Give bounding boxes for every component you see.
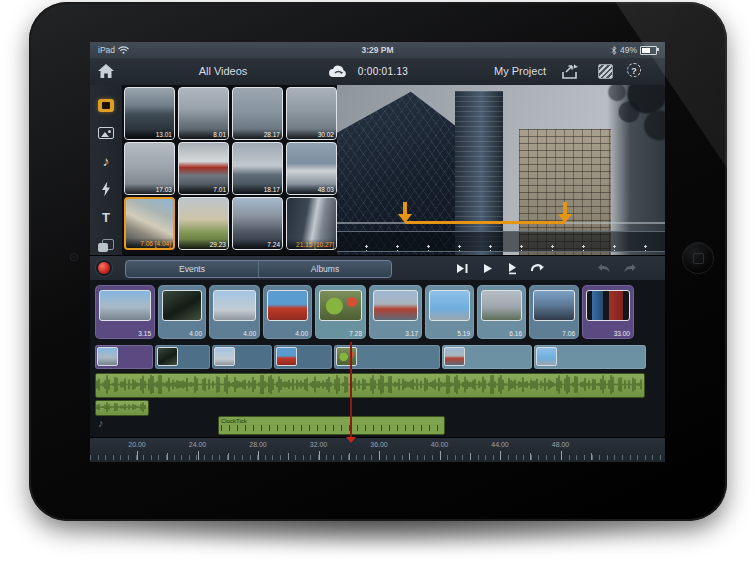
photo-icon <box>98 127 114 139</box>
home-button-glyph <box>693 253 704 264</box>
redo-button[interactable] <box>621 260 639 276</box>
clip-duration: 7.28 <box>349 330 362 337</box>
playhead[interactable] <box>350 342 352 438</box>
media-thumb-7[interactable]: 18.17 <box>232 142 283 195</box>
clip-duration: 7.06 <box>562 330 575 337</box>
media-thumb-5[interactable]: 17.03 <box>124 142 175 195</box>
media-thumb-3[interactable]: 28.17 <box>232 87 283 140</box>
trim-in-marker[interactable] <box>398 202 412 224</box>
music-waveform <box>96 374 642 395</box>
bluetooth-icon <box>611 46 617 55</box>
play-button[interactable] <box>478 260 496 276</box>
audio-track-note-icon: ♪ <box>98 417 104 429</box>
project-title: My Project <box>494 65 546 77</box>
sidebar-item-effects[interactable] <box>90 177 122 201</box>
clip-duration: 6.16 <box>509 330 522 337</box>
media-thumb-4[interactable]: 30.02 <box>286 87 337 140</box>
media-thumb-1[interactable]: 13.01 <box>124 87 175 140</box>
timeline-ruler[interactable]: 20.0024.0028.0032.0036.0040.0044.0048.00 <box>90 437 665 462</box>
ipad-device: iPad 3:29 PM 49% <box>29 2 727 521</box>
overlay-clip-thumbnail <box>336 347 357 366</box>
export-share-icon[interactable] <box>562 64 580 79</box>
ruler-major-tick <box>198 451 199 460</box>
video-clip-2[interactable]: 4.00 <box>158 285 206 339</box>
tab-albums[interactable]: Albums <box>258 261 391 277</box>
media-duration: 7.06 [4.04] <box>126 238 173 248</box>
timeline-video-track: 3.154.004.004.007.283.175.196.167.0633.0… <box>95 285 634 339</box>
overlay-clip-1[interactable] <box>95 345 153 369</box>
tab-events[interactable]: Events <box>126 261 258 277</box>
video-clip-1[interactable]: 3.15 <box>95 285 155 339</box>
media-thumb-12[interactable]: 21.15 [10.27] <box>286 197 337 250</box>
sound-effect-clip[interactable] <box>95 400 149 416</box>
sidebar-item-photos[interactable] <box>90 121 122 145</box>
ruler-mid-tick <box>167 453 168 460</box>
ruler-major-tick <box>319 451 320 460</box>
sidebar-item-titles[interactable]: T <box>90 205 122 229</box>
project-settings-icon[interactable] <box>598 64 613 79</box>
preview-monitor[interactable] <box>337 85 665 255</box>
ruler-major-tick <box>137 451 138 460</box>
overlay-clip-3[interactable] <box>212 345 272 369</box>
screen: iPad 3:29 PM 49% <box>90 42 665 462</box>
lightning-icon <box>101 182 112 197</box>
trim-out-marker[interactable] <box>558 202 572 224</box>
play-clip-button[interactable] <box>453 260 471 276</box>
play-from-playhead-button[interactable] <box>503 260 521 276</box>
ruler-minor-ticks <box>90 455 665 460</box>
import-cloud-icon[interactable] <box>328 64 348 79</box>
clip-thumbnail <box>429 290 470 321</box>
video-clip-9[interactable]: 7.06 <box>529 285 579 339</box>
ruler-major-tick <box>561 451 562 460</box>
video-clip-3[interactable]: 4.00 <box>209 285 260 339</box>
timeline-overlay-track <box>95 345 646 369</box>
video-clip-7[interactable]: 5.19 <box>425 285 474 339</box>
media-thumb-10[interactable]: 29.23 <box>178 197 229 250</box>
record-button[interactable] <box>98 262 110 274</box>
clip-thumbnail <box>99 290 151 321</box>
sidebar-item-transitions[interactable] <box>90 233 122 257</box>
media-duration: 29.23 <box>179 239 228 249</box>
overlay-clip-6[interactable] <box>442 345 532 369</box>
ruler-label: 44.00 <box>491 441 509 448</box>
home-nav-icon[interactable] <box>98 64 114 79</box>
music-audio-clip[interactable] <box>95 373 645 398</box>
front-camera <box>71 254 77 260</box>
overlay-clip-2[interactable] <box>155 345 210 369</box>
video-clip-4[interactable]: 4.00 <box>263 285 312 339</box>
video-clip-6[interactable]: 3.17 <box>369 285 422 339</box>
overlay-clip-thumbnail <box>214 347 235 366</box>
page-background: iPad 3:29 PM 49% <box>0 0 756 583</box>
clocktick-waveform <box>221 425 442 431</box>
clip-thumbnail <box>267 290 308 321</box>
trim-selected-range <box>405 221 565 224</box>
video-clip-8[interactable]: 6.16 <box>477 285 526 339</box>
home-button[interactable] <box>683 243 713 273</box>
media-thumb-9[interactable]: 7.06 [4.04] <box>124 197 175 250</box>
app-toolbar: All Videos 0:00:01.13 My Project ? <box>90 58 665 86</box>
clip-thumbnail <box>481 290 522 321</box>
clocktick-audio-clip[interactable]: ClockTick <box>218 416 445 435</box>
media-duration: 30.02 <box>287 129 336 139</box>
playhead-marker[interactable] <box>346 437 356 443</box>
overlay-clip-4[interactable] <box>274 345 332 369</box>
undo-button[interactable] <box>595 260 613 276</box>
scrubber-strip[interactable] <box>337 231 665 252</box>
video-clip-10[interactable]: 33.00 <box>582 285 634 339</box>
media-thumb-8[interactable]: 48.03 <box>286 142 337 195</box>
ruler-label: 24.00 <box>189 441 207 448</box>
help-icon[interactable]: ? <box>627 63 641 77</box>
video-clip-5[interactable]: 7.28 <box>315 285 366 339</box>
media-thumb-2[interactable]: 8.01 <box>178 87 229 140</box>
loop-playback-button[interactable] <box>528 260 546 276</box>
media-duration: 21.15 [10.27] <box>287 239 336 249</box>
overlay-clip-thumbnail <box>444 347 465 366</box>
media-thumb-11[interactable]: 7.24 <box>232 197 283 250</box>
ruler-label: 36.00 <box>370 441 388 448</box>
clip-thumbnail <box>319 290 362 321</box>
media-thumb-6[interactable]: 7.01 <box>178 142 229 195</box>
overlay-clip-7[interactable] <box>534 345 646 369</box>
ruler-major-tick <box>258 451 259 460</box>
sidebar-item-videos[interactable] <box>90 93 122 117</box>
sidebar-item-music[interactable]: ♪ <box>90 149 122 173</box>
